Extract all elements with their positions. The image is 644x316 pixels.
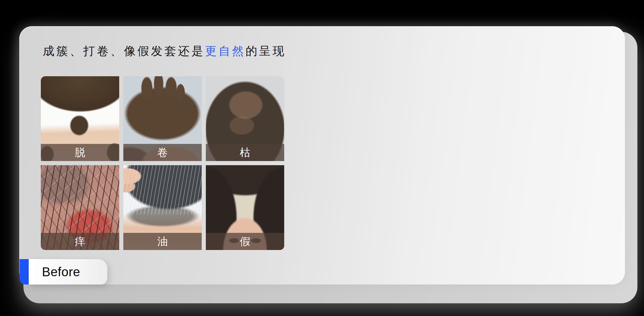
title-segment-1: 成簇、打卷、像假发套还是 [43,44,205,57]
before-tab-accent-bar [20,259,29,285]
slide-card: 成簇、打卷、像假发套还是更自然的呈现 脱 卷 枯 [19,26,625,285]
photo-tile-itchy: 痒 [41,165,119,250]
slide-title: 成簇、打卷、像假发套还是更自然的呈现 [43,44,286,58]
tile-caption-text: 痒 [75,235,85,249]
tile-caption: 脱 [41,144,119,161]
tile-caption: 卷 [123,144,202,161]
before-tab[interactable]: Before [20,259,107,285]
before-tab-label-box: Before [29,259,107,285]
before-tab-label: Before [42,264,80,279]
tile-caption: 痒 [41,233,119,250]
tile-caption-text: 枯 [240,146,250,160]
tile-caption-text: 假 [240,235,250,249]
photo-tile-hair-loss: 脱 [41,76,119,161]
photo-tile-fake: 假 [206,165,284,250]
photo-tile-dry: 枯 [206,76,284,161]
title-highlight: 更自然 [205,44,246,57]
tile-caption: 枯 [206,144,284,161]
page-background: 成簇、打卷、像假发套还是更自然的呈现 脱 卷 枯 [0,0,644,316]
tile-caption-text: 卷 [157,146,168,160]
photo-tile-oily: 油 [123,165,202,250]
tile-caption-text: 油 [157,235,168,249]
tile-caption-text: 脱 [75,146,85,160]
tile-caption: 油 [123,233,202,250]
title-segment-2: 的呈现 [246,44,286,57]
photo-tile-curly: 卷 [123,76,202,161]
tile-caption: 假 [206,233,284,250]
problem-photo-grid: 脱 卷 枯 痒 [41,76,284,250]
